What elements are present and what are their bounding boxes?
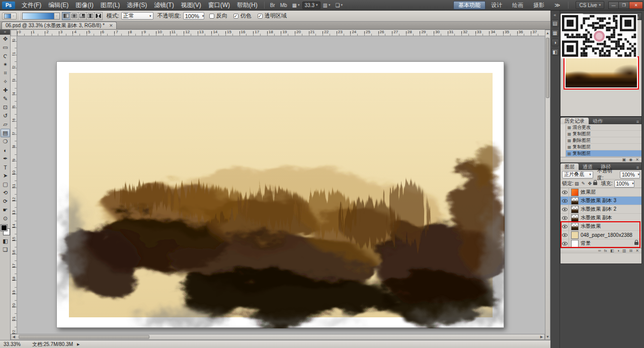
lock-option-button[interactable]: ▨ <box>574 181 580 187</box>
restore-button[interactable]: ❐ <box>619 2 629 9</box>
panel-menu-icon[interactable]: ≡ <box>634 119 641 124</box>
visibility-toggle[interactable] <box>560 214 569 222</box>
move-tool[interactable]: ✥ <box>1 35 10 43</box>
layer-blend-mode-select[interactable]: 正片叠底 ▾ <box>562 171 593 179</box>
layer-thumbnail[interactable] <box>571 206 579 213</box>
layer-thumbnail[interactable] <box>571 231 579 239</box>
3d-rotate-tool[interactable]: ⟲ <box>1 189 10 197</box>
minimize-button[interactable]: — <box>608 2 619 9</box>
workspace-2-button[interactable]: 设计 <box>487 1 507 9</box>
checkbox-box[interactable]: ✓ <box>258 14 263 19</box>
mini-bridge-button[interactable]: Mb <box>278 1 289 9</box>
lock-option-button[interactable]: ✎ <box>580 181 587 187</box>
visibility-toggle[interactable] <box>560 231 569 239</box>
document-tab[interactable]: 06.psd @ 33.3% (水墨效果 副本 3, RGB/8) * ✕ <box>2 22 117 29</box>
eyedropper-tool[interactable]: ✧ <box>1 77 10 86</box>
screen-mode-menu-button[interactable]: ❏▾ <box>333 1 344 9</box>
history-source-well[interactable] <box>560 131 566 137</box>
layer-name[interactable]: 水墨效果 副本 3 <box>581 197 616 204</box>
quick-selection-tool[interactable]: ✴ <box>1 60 10 69</box>
pen-tool[interactable]: ✒ <box>1 154 10 163</box>
masks-panel-icon[interactable]: ◧ <box>551 48 559 56</box>
3d-orbit-tool[interactable]: ⟳ <box>1 197 10 206</box>
blur-tool[interactable]: ❍ <box>1 137 10 146</box>
layer-thumbnail[interactable] <box>571 214 579 222</box>
layer-row[interactable]: 背景 <box>560 239 641 248</box>
adjustment-layer-icon[interactable]: ◑ <box>617 248 619 253</box>
menu-item[interactable]: 视图(V) <box>178 0 205 11</box>
vertical-scroll-thumb[interactable] <box>546 38 549 98</box>
diamond-gradient-button[interactable] <box>94 12 103 20</box>
horizontal-scrollbar[interactable]: ◀ ▶ <box>11 334 545 340</box>
workspace-1-button[interactable]: 基本功能 <box>453 1 486 10</box>
menu-item[interactable]: 窗口(W) <box>205 0 233 11</box>
arrange-documents-button[interactable]: ▥▾ <box>321 1 333 9</box>
layer-thumbnail[interactable] <box>571 223 579 230</box>
tab-close-icon[interactable]: ✕ <box>109 23 113 28</box>
layer-row[interactable]: 水墨效果 副本 2 <box>560 205 641 214</box>
menu-item[interactable]: 编辑(E) <box>45 0 72 11</box>
linear-gradient-button[interactable] <box>62 12 70 20</box>
visibility-toggle[interactable] <box>560 239 569 248</box>
scroll-down-icon[interactable]: ▼ <box>546 334 549 339</box>
menu-item[interactable]: 滤镜(T) <box>150 0 177 11</box>
opacity-field[interactable]: 100% ▾ <box>183 12 204 20</box>
blend-mode-select[interactable]: 正常 ▾ <box>121 12 153 20</box>
document-page[interactable] <box>56 61 504 328</box>
swatches-panel-icon[interactable]: ▦ <box>551 29 559 37</box>
healing-brush-tool[interactable]: ✚ <box>1 86 10 95</box>
layer-row[interactable]: 水墨效果 副本 3 <box>560 197 641 205</box>
workspace-3-button[interactable]: 绘画 <box>508 1 528 9</box>
history-brush-tool[interactable]: ↺ <box>1 112 10 120</box>
workspace-more-button[interactable]: ≫ <box>550 1 565 9</box>
brush-tool[interactable]: ✎ <box>1 95 10 103</box>
layer-style-icon[interactable]: fx <box>604 248 607 253</box>
menu-item[interactable]: 选择(S) <box>123 0 150 11</box>
angle-gradient-button[interactable] <box>78 12 87 20</box>
history-state-row[interactable]: ▦ 复制图层 <box>560 131 641 137</box>
lock-option-button[interactable]: ✥ <box>587 181 593 187</box>
group-layers-icon[interactable]: ▥ <box>622 248 626 253</box>
history-source-well[interactable] <box>560 124 566 131</box>
layer-name[interactable]: 水墨效果 副本 2 <box>581 206 616 213</box>
path-selection-tool[interactable]: ➤ <box>1 171 10 180</box>
gradient-picker-button[interactable]: ▾ <box>54 13 60 20</box>
scroll-right-icon[interactable]: ▶ <box>539 335 544 339</box>
scroll-left-icon[interactable]: ◀ <box>11 335 17 339</box>
new-snapshot-icon[interactable]: ◉ <box>629 157 632 162</box>
reflected-gradient-button[interactable] <box>86 12 95 20</box>
foreground-color-swatch[interactable] <box>1 225 7 231</box>
layer-name[interactable]: 背景 <box>581 240 591 247</box>
radial-gradient-button[interactable] <box>70 12 78 20</box>
rectangular-marquee-tool[interactable]: ▭ <box>1 43 10 52</box>
status-flyout-icon[interactable]: ▶ <box>77 342 79 346</box>
add-mask-icon[interactable]: ◧ <box>610 248 614 253</box>
ruler-corner[interactable] <box>11 30 17 36</box>
status-zoom-field[interactable]: 33.33% <box>0 341 24 347</box>
color-panel-icon[interactable]: ▤ <box>551 20 559 27</box>
history-source-well[interactable] <box>560 150 566 157</box>
tab-history[interactable]: 历史记录 <box>560 118 589 124</box>
dodge-tool[interactable]: ◐ <box>1 146 10 154</box>
clone-stamp-tool[interactable]: ⊡ <box>1 103 10 112</box>
option-checkbox[interactable]: 反向 <box>209 12 227 20</box>
expand-dock-icon[interactable]: « <box>550 11 559 18</box>
layer-row[interactable]: 水墨效果 副本 <box>560 214 641 222</box>
cs-live-button[interactable]: CS Live▾ <box>576 1 604 9</box>
view-extras-button[interactable]: ▦▾ <box>290 1 302 9</box>
checkbox-box[interactable] <box>209 14 214 19</box>
ps-logo-icon[interactable]: Ps <box>2 2 15 9</box>
layer-fill-field[interactable]: 100% ▾ <box>614 180 634 188</box>
tools-collapse-icon[interactable]: « <box>0 30 10 35</box>
lock-all-icon[interactable] <box>593 182 597 185</box>
delete-state-icon[interactable]: ✕ <box>635 157 639 162</box>
history-source-well[interactable] <box>560 137 566 144</box>
layer-name[interactable]: 水墨效果 <box>581 223 601 230</box>
layer-row[interactable]: 048_paper_1800x2388 <box>560 231 641 239</box>
new-doc-from-state-icon[interactable]: ▣ <box>622 157 626 162</box>
visibility-toggle[interactable] <box>560 205 569 214</box>
visibility-toggle[interactable] <box>560 197 569 205</box>
workspace-4-button[interactable]: 摄影 <box>529 1 549 9</box>
layer-name[interactable]: 048_paper_1800x2388 <box>581 232 632 238</box>
gradient-tool[interactable]: ▤ <box>1 129 10 137</box>
